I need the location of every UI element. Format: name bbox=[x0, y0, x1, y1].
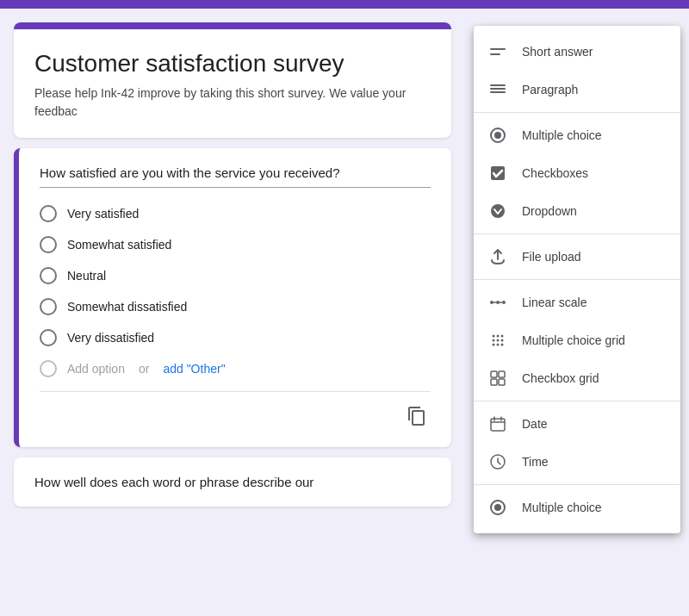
menu-item-paragraph[interactable]: Paragraph bbox=[474, 71, 680, 109]
menu-label: Paragraph bbox=[522, 83, 578, 96]
menu-item-linear-scale[interactable]: Linear scale bbox=[474, 283, 680, 321]
radio-circle bbox=[40, 298, 57, 315]
menu-label: Time bbox=[522, 455, 549, 469]
menu-label: Multiple choice bbox=[522, 501, 602, 514]
menu-item-checkboxes[interactable]: Checkboxes bbox=[474, 154, 680, 192]
survey-description: Please help Ink-42 improve by taking thi… bbox=[34, 84, 431, 121]
list-item[interactable]: Very dissatisfied bbox=[40, 322, 431, 353]
menu-label: Date bbox=[522, 417, 548, 431]
menu-item-file-upload[interactable]: File upload bbox=[474, 238, 680, 276]
option-label: Somewhat dissatisfied bbox=[67, 300, 187, 314]
svg-point-22 bbox=[501, 344, 504, 346]
menu-item-time[interactable]: Time bbox=[474, 443, 680, 481]
option-label: Very satisfied bbox=[67, 207, 139, 221]
multiple-choice-icon bbox=[487, 125, 508, 146]
option-label: Very dissatisfied bbox=[67, 331, 154, 345]
svg-point-14 bbox=[493, 335, 495, 338]
svg-rect-26 bbox=[499, 379, 505, 385]
radio-circle bbox=[40, 329, 57, 346]
svg-point-21 bbox=[497, 344, 500, 346]
radio-circle bbox=[40, 236, 57, 253]
menu-label: Short answer bbox=[522, 45, 593, 59]
menu-item-date[interactable]: Date bbox=[474, 405, 680, 443]
menu-label: Multiple choice bbox=[522, 128, 602, 142]
svg-line-33 bbox=[498, 462, 500, 464]
add-option-circle bbox=[40, 360, 57, 377]
menu-label: File upload bbox=[522, 250, 581, 264]
list-item[interactable]: Somewhat satisfied bbox=[40, 229, 431, 260]
menu-item-multiple-choice-2[interactable]: Multiple choice bbox=[474, 488, 680, 526]
svg-point-35 bbox=[494, 504, 501, 511]
radio-circle bbox=[40, 205, 57, 222]
short-answer-icon bbox=[487, 41, 508, 62]
svg-point-15 bbox=[497, 335, 500, 338]
menu-item-mc-grid[interactable]: Multiple choice grid bbox=[474, 321, 680, 359]
cb-grid-icon bbox=[487, 368, 508, 389]
option-label: Somewhat satisfied bbox=[67, 238, 171, 252]
svg-point-6 bbox=[494, 132, 501, 139]
menu-divider bbox=[474, 401, 680, 401]
question-card: How satisfied are you with the service y… bbox=[14, 148, 451, 447]
menu-item-cb-grid[interactable]: Checkbox grid bbox=[474, 359, 680, 397]
menu-label: Linear scale bbox=[522, 296, 587, 309]
menu-label: Checkboxes bbox=[522, 166, 588, 180]
copy-icon[interactable] bbox=[403, 402, 431, 433]
linear-scale-icon bbox=[487, 292, 508, 313]
svg-point-8 bbox=[491, 204, 505, 218]
checkboxes-icon bbox=[487, 163, 508, 184]
svg-point-17 bbox=[493, 339, 495, 342]
option-label: Neutral bbox=[67, 269, 106, 283]
svg-rect-25 bbox=[491, 379, 497, 385]
svg-point-20 bbox=[493, 344, 495, 346]
menu-divider bbox=[474, 233, 680, 234]
top-bar bbox=[0, 0, 689, 9]
svg-point-10 bbox=[496, 301, 500, 304]
dropdown-menu: Short answer Paragraph Multiple choice C… bbox=[474, 26, 680, 533]
svg-rect-24 bbox=[499, 371, 505, 377]
radio-circle bbox=[40, 267, 57, 284]
multiple-choice-2-icon bbox=[487, 497, 508, 518]
options-list: Very satisfied Somewhat satisfied Neutra… bbox=[40, 198, 431, 353]
file-upload-icon bbox=[487, 246, 508, 267]
svg-point-18 bbox=[497, 339, 500, 342]
mc-grid-icon bbox=[487, 330, 508, 351]
list-item[interactable]: Very satisfied bbox=[40, 198, 431, 229]
question-text: How satisfied are you with the service y… bbox=[40, 165, 431, 188]
menu-divider bbox=[474, 112, 680, 113]
paragraph-icon bbox=[487, 79, 508, 100]
time-icon bbox=[487, 451, 508, 472]
list-item[interactable]: Neutral bbox=[40, 260, 431, 291]
next-card-text: How well does each word or phrase descri… bbox=[34, 475, 431, 489]
survey-title: Customer satisfaction survey bbox=[34, 50, 431, 78]
date-icon bbox=[487, 414, 508, 434]
menu-label: Checkbox grid bbox=[522, 371, 599, 385]
next-card-preview: How well does each word or phrase descri… bbox=[14, 457, 451, 507]
add-option-row: Add option or add "Other" bbox=[40, 353, 431, 384]
menu-label: Dropdown bbox=[522, 204, 577, 218]
menu-divider bbox=[474, 484, 680, 485]
add-other-link[interactable]: add "Other" bbox=[163, 362, 225, 376]
svg-point-19 bbox=[501, 339, 504, 342]
menu-item-short-answer[interactable]: Short answer bbox=[474, 33, 680, 71]
svg-point-16 bbox=[501, 335, 504, 338]
list-item[interactable]: Somewhat dissatisfied bbox=[40, 291, 431, 322]
card-footer bbox=[40, 391, 431, 433]
main-content: Customer satisfaction survey Please help… bbox=[0, 9, 465, 507]
dropdown-icon bbox=[487, 201, 508, 221]
svg-rect-27 bbox=[491, 419, 505, 431]
menu-item-dropdown[interactable]: Dropdown bbox=[474, 192, 680, 230]
or-text: or bbox=[139, 362, 149, 376]
svg-rect-23 bbox=[491, 371, 497, 377]
survey-header-card: Customer satisfaction survey Please help… bbox=[14, 22, 451, 138]
menu-item-multiple-choice[interactable]: Multiple choice bbox=[474, 116, 680, 154]
add-option-text: Add option bbox=[67, 362, 125, 376]
menu-label: Multiple choice grid bbox=[522, 333, 625, 347]
svg-point-11 bbox=[502, 301, 506, 304]
svg-point-9 bbox=[490, 301, 493, 304]
menu-divider bbox=[474, 279, 680, 280]
